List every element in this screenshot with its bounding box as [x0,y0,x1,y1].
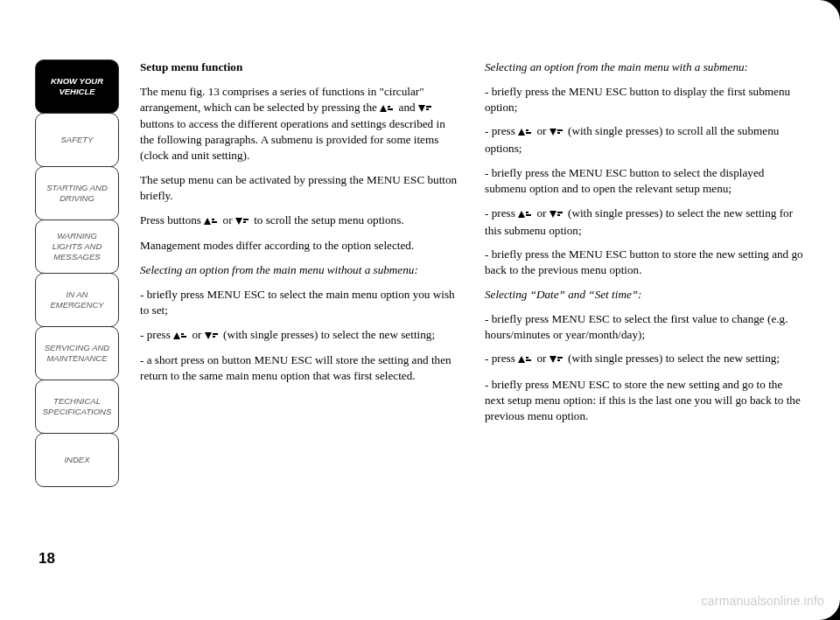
left-column: Setup menu function The menu fig. 13 com… [140,59,460,433]
text: to scroll the setup menu options. [254,213,403,226]
tab-technical-specifications[interactable]: TECHNICAL SPECIFICATIONS [35,380,119,434]
up-arrow-icon [518,207,534,223]
text: buttons to access the different operatio… [140,117,445,162]
svg-marker-8 [518,211,525,218]
paragraph: Management modes differ according to the… [140,238,460,254]
paragraph: - press or (with single presses) to scro… [485,123,805,157]
paragraph-italic: Selecting “Date” and “Set time”: [485,287,805,303]
svg-marker-7 [550,129,556,136]
svg-marker-10 [518,356,525,363]
up-arrow-icon [380,101,396,117]
right-column: Selecting an option from the main menu w… [485,59,805,433]
tab-servicing-and-maintenance[interactable]: SERVICING AND MAINTENANCE [35,326,119,380]
svg-marker-5 [205,332,212,339]
paragraph: The menu fig. 13 comprises a series of f… [140,84,460,164]
section-heading: Setup menu function [140,59,460,75]
text: or [536,206,549,219]
svg-marker-1 [418,105,425,112]
down-arrow-icon [550,125,565,141]
tab-index[interactable]: INDEX [35,433,119,487]
paragraph-italic: Selecting an option from the main menu w… [485,59,805,75]
paragraph: - briefly press the MENU ESC button to s… [485,165,805,197]
paragraph: - briefly press MENU ESC to select the f… [485,311,805,343]
text: (with single presses) to select the new … [223,328,435,341]
paragraph: - briefly press the MENU ESC button to s… [485,247,805,278]
up-arrow-icon [204,214,220,230]
watermark: carmanualsonline.info [702,594,824,608]
tab-safety[interactable]: SAFETY [35,113,119,167]
svg-marker-4 [173,332,180,339]
svg-marker-6 [518,129,525,136]
text: - press [485,352,518,365]
text: - press [485,124,518,137]
page-number: 18 [38,550,55,568]
svg-marker-0 [380,105,387,112]
paragraph-italic: Selecting an option from the main menu w… [140,262,460,278]
paragraph: - briefly press MENU ESC to store the ne… [485,377,805,423]
up-arrow-icon [518,125,534,141]
text: or [192,328,204,341]
text: or [536,124,549,137]
down-arrow-icon [550,352,565,368]
paragraph: The setup menu can be activated by press… [140,172,460,204]
svg-marker-9 [550,211,556,218]
paragraph: - a short press on button MENU ESC will … [140,352,460,384]
side-tabs: KNOW YOUR VEHICLE SAFETY STARTING AND DR… [35,59,119,486]
paragraph: - press or (with single presses) to sele… [485,351,805,368]
text: - press [140,328,173,341]
up-arrow-icon [518,352,534,368]
down-arrow-icon [550,207,565,223]
text: or [223,213,235,226]
up-arrow-icon [173,329,189,345]
svg-marker-3 [235,218,242,225]
tab-know-your-vehicle[interactable]: KNOW YOUR VEHICLE [35,59,119,114]
text: and [399,101,418,114]
paragraph: - press or (with single presses) to sele… [485,206,805,239]
tab-starting-and-driving[interactable]: STARTING AND DRIVING [35,166,119,220]
tab-in-an-emergency[interactable]: IN AN EMERGENCY [35,273,119,327]
paragraph: - briefly press MENU ESC to select the m… [140,287,460,318]
svg-marker-2 [204,218,211,225]
svg-marker-11 [550,356,556,363]
text: Press buttons [140,213,204,226]
down-arrow-icon [418,101,434,117]
text: - press [485,206,518,219]
paragraph: Press buttons or to scroll the setup men… [140,212,460,230]
text: (with single presses) to select the new … [568,352,780,365]
down-arrow-icon [235,214,251,230]
down-arrow-icon [205,329,220,345]
paragraph: - press or (with single presses) to sele… [140,327,460,345]
page-content: Setup menu function The menu fig. 13 com… [140,59,805,433]
tab-warning-lights-and-messages[interactable]: WARNING LIGHTS AND MESSAGES [35,219,119,274]
text: or [536,352,549,365]
paragraph: - briefly press the MENU ESC button to d… [485,84,805,115]
